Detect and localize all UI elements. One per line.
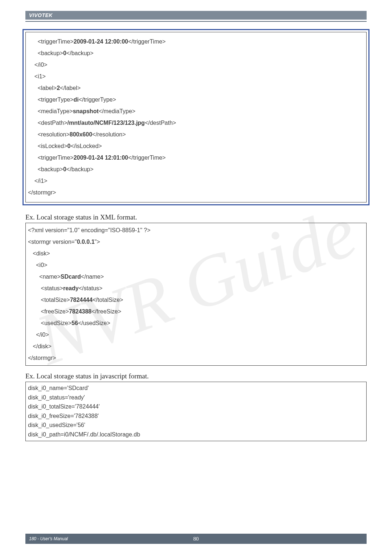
- code-line: <?xml version="1.0" encoding="ISO-8859-1…: [28, 225, 364, 236]
- code-line: <usedSize>56</usedSize>: [28, 317, 364, 329]
- code-line: <i1>: [28, 71, 364, 82]
- code-line: disk_i0_name='SDcard': [28, 383, 364, 393]
- code-line: disk_i0_usedSize='56': [28, 420, 364, 430]
- section-label-js-status: Ex. Local storage status in javascript f…: [25, 372, 367, 380]
- xml-code-box-2: <?xml version="1.0" encoding="ISO-8859-1…: [25, 223, 367, 366]
- code-line: disk_i0_freeSize='7824388': [28, 411, 364, 421]
- js-code-box: disk_i0_name='SDcard' disk_i0_status='re…: [25, 382, 367, 441]
- code-line: <backup>0</backup>: [28, 164, 364, 175]
- code-line: <backup>0</backup>: [28, 48, 364, 59]
- brand-header: VIVOTEK: [25, 11, 367, 20]
- footer-page-number: 80: [193, 536, 199, 542]
- xml-code-box-1: <triggerTime>2009-01-24 12:00:00</trigge…: [25, 32, 367, 202]
- code-line: <label>2</label>: [28, 82, 364, 94]
- code-line: <i0>: [28, 259, 364, 271]
- code-line: <stormgr version="0.0.0.1">: [28, 236, 364, 248]
- section-label-xml-status: Ex. Local storage status in XML format.: [25, 213, 367, 221]
- code-line: <status>ready</status>: [28, 283, 364, 294]
- code-line: </i1>: [28, 175, 364, 187]
- code-line: <freeSize>7824388</freeSize>: [28, 306, 364, 317]
- code-line: <triggerTime>2009-01-24 12:01:00</trigge…: [28, 152, 364, 164]
- code-line: <triggerTime>2009-01-24 12:00:00</trigge…: [28, 36, 364, 48]
- code-line: <disk>: [28, 248, 364, 259]
- footer-bar: 180 - User's Manual 80: [25, 534, 367, 544]
- footer-left-text: 180 - User's Manual: [29, 536, 68, 541]
- code-line: <isLocked>0</isLocked>: [28, 140, 364, 152]
- code-line: <name>SDcard</name>: [28, 271, 364, 283]
- code-line: <resolution>800x600</resolution>: [28, 129, 364, 140]
- code-line: </i0>: [28, 59, 364, 71]
- code-line: <totalSize>7824444</totalSize>: [28, 294, 364, 306]
- code-line: <destPath>/mnt/auto/NCMF/123/123.jpg</de…: [28, 117, 364, 129]
- code-line: disk_i0_path=i0/NCMF/.db/.localStorage.d…: [28, 430, 364, 439]
- code-line: <mediaType>snapshot</mediaType>: [28, 106, 364, 117]
- code-line: disk_i0_totalSize='7824444': [28, 402, 364, 411]
- code-line: disk_i0_status='ready': [28, 393, 364, 402]
- code-line: </disk>: [28, 341, 364, 352]
- code-line: </stormgr>: [28, 187, 364, 198]
- code-line: </i0>: [28, 329, 364, 341]
- header-divider: [25, 21, 367, 22]
- code-line: <triggerType>di</triggerType>: [28, 94, 364, 106]
- code-line: </stormgr>: [28, 352, 364, 364]
